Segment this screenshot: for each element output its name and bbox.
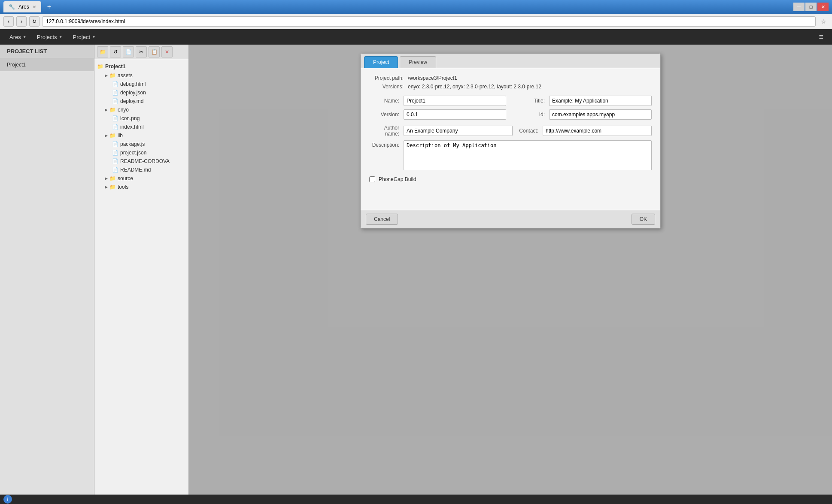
tab-preview[interactable]: Preview [400, 56, 436, 68]
forward-button[interactable]: › [16, 16, 27, 27]
ares-menu[interactable]: Ares ▼ [5, 32, 31, 42]
phonegap-checkbox[interactable] [369, 176, 375, 182]
new-file-icon: 📄 [125, 49, 132, 55]
new-file-button[interactable]: 📄 [123, 46, 134, 57]
back-button[interactable]: ‹ [3, 16, 14, 27]
tab-close-button[interactable]: ✕ [33, 5, 36, 9]
toolbar-right: ≡ [815, 33, 827, 42]
tree-item-assets[interactable]: ▶ 📁 assets [94, 71, 188, 80]
arrow-right-icon: ▶ [105, 108, 108, 112]
file-icon: 📄 [112, 115, 118, 121]
title-input[interactable] [549, 96, 652, 106]
versions-row: Versions: enyo: 2.3.0-pre.12, onyx: 2.3.… [369, 84, 652, 90]
folder-icon: 📁 [109, 184, 116, 190]
project-label: Project [73, 34, 90, 40]
tree-item-label: source [118, 175, 133, 181]
minimize-button[interactable]: ─ [793, 3, 805, 11]
tree-item-source[interactable]: ▶ 📁 source [94, 174, 188, 183]
tree-item-tools[interactable]: ▶ 📁 tools [94, 183, 188, 191]
cut-icon: ✂ [139, 49, 143, 55]
tree-item-package-js[interactable]: 📄 package.js [94, 140, 188, 148]
tree-item-label: index.html [120, 124, 144, 130]
ares-chevron-icon: ▼ [23, 35, 27, 39]
tree-item-readme-md[interactable]: 📄 README.md [94, 166, 188, 174]
author-input[interactable] [404, 126, 513, 136]
new-folder-button[interactable]: 📁 [97, 46, 108, 57]
tab-project[interactable]: Project [364, 56, 398, 68]
back-icon: ‹ [8, 18, 9, 24]
address-bar: ‹ › ↻ ☆ [0, 14, 832, 29]
tree-item-label: assets [118, 72, 133, 78]
address-input[interactable] [42, 16, 816, 27]
ok-button[interactable]: OK [632, 214, 655, 225]
tree-item-label: icon.png [120, 115, 140, 121]
project-path-value: /workspace3/Project1 [408, 75, 457, 81]
description-textarea[interactable] [404, 140, 652, 170]
tree-item-project-json[interactable]: 📄 project.json [94, 148, 188, 157]
folder-icon: 📁 [109, 133, 116, 139]
tree-item-label: package.js [120, 141, 145, 147]
close-button[interactable]: ✕ [817, 3, 829, 11]
dialog-body: Project path: /workspace3/Project1 Versi… [361, 68, 660, 210]
refresh-icon: ↺ [113, 49, 118, 55]
app-toolbar: Ares ▼ Projects ▼ Project ▼ ≡ [0, 29, 832, 45]
version-input[interactable] [404, 109, 506, 120]
maximize-button[interactable]: □ [805, 3, 817, 11]
tree-item-lib[interactable]: ▶ 📁 lib [94, 131, 188, 140]
cancel-button[interactable]: Cancel [366, 214, 398, 225]
projects-menu[interactable]: Projects ▼ [33, 32, 67, 42]
cut-button[interactable]: ✂ [136, 46, 147, 57]
sidebar-item-label: Project1 [7, 62, 26, 68]
tree-item-icon-png[interactable]: 📄 icon.png [94, 114, 188, 123]
file-icon: 📄 [112, 150, 118, 156]
sidebar: PROJECT LIST Project1 [0, 45, 94, 495]
folder-icon: 📁 [109, 175, 116, 181]
status-icon: i [3, 495, 12, 504]
root-folder-icon: 📁 [97, 63, 103, 69]
tree-item-deploy-json[interactable]: 📄 deploy.json [94, 88, 188, 97]
tree-item-label: deploy.md [120, 98, 143, 104]
description-row: Description: [369, 140, 652, 170]
reload-icon: ↻ [32, 18, 36, 24]
tree-item-readme-cordova[interactable]: 📄 README-CORDOVA [94, 157, 188, 166]
tree-item-label: tools [118, 184, 128, 190]
dialog-footer: Cancel OK [361, 210, 660, 228]
file-icon: 📄 [112, 98, 118, 104]
delete-button[interactable]: ✕ [161, 46, 173, 57]
contact-input[interactable] [543, 126, 652, 136]
tree-item-debug-html[interactable]: 📄 debug.html [94, 80, 188, 88]
folder-icon: 📁 [100, 49, 106, 55]
tree-item-enyo[interactable]: ▶ 📁 enyo [94, 106, 188, 114]
tree-item-label: README-CORDOVA [120, 158, 170, 164]
tree-item-label: lib [118, 133, 123, 139]
refresh-button[interactable]: ↺ [110, 46, 121, 57]
sidebar-item-project1[interactable]: Project1 [0, 58, 94, 71]
project-path-row: Project path: /workspace3/Project1 [369, 75, 652, 81]
tree-root-project1[interactable]: 📁 Project1 [94, 62, 188, 71]
file-tree-toolbar: 📁 ↺ 📄 ✂ 📋 ✕ [94, 45, 188, 59]
new-tab-button[interactable]: + [45, 2, 54, 12]
tab-preview-label: Preview [409, 59, 427, 65]
spacer [369, 186, 652, 203]
tree-item-deploy-md[interactable]: 📄 deploy.md [94, 97, 188, 106]
bookmark-button[interactable]: ☆ [818, 16, 829, 27]
form-grid: Name: Title: Version: Id: [369, 96, 652, 120]
hamburger-icon[interactable]: ≡ [815, 31, 827, 43]
project-path-label: Project path: [369, 75, 408, 81]
name-input[interactable] [404, 96, 506, 106]
project-menu[interactable]: Project ▼ [69, 32, 100, 42]
arrow-right-icon: ▶ [105, 73, 108, 78]
browser-tab[interactable]: 🔧 Ares ✕ [3, 1, 41, 12]
folder-icon: 📁 [109, 107, 116, 113]
reload-button[interactable]: ↻ [29, 16, 39, 27]
id-input[interactable] [549, 109, 652, 120]
tab-favicon: 🔧 [9, 4, 15, 10]
paste-button[interactable]: 📋 [149, 46, 160, 57]
paste-icon: 📋 [151, 49, 158, 55]
forward-icon: › [21, 18, 22, 24]
tree-item-index-html[interactable]: 📄 index.html [94, 123, 188, 131]
browser-titlebar: 🔧 Ares ✕ + ─ □ ✕ [0, 0, 832, 14]
version-label: Version: [369, 112, 404, 118]
tree-item-label: debug.html [120, 81, 146, 87]
phonegap-label: PhoneGap Build [379, 176, 416, 182]
